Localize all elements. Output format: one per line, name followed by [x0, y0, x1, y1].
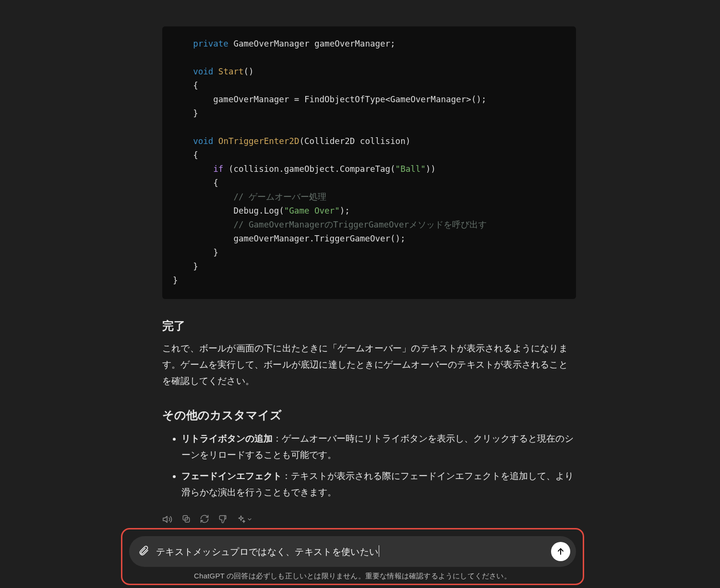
sparkle-more-icon[interactable] [236, 514, 252, 525]
code-token-keyword: void [193, 67, 213, 76]
list-item: フェードインエフェクト：テキストが表示される際にフェードインエフェクトを追加して… [181, 468, 576, 501]
code-token-function: Start [213, 67, 243, 76]
code-token-string: "Game Over" [284, 206, 340, 216]
assistant-message: private GameOverManager gameOverManager;… [162, 0, 576, 525]
customize-list: リトライボタンの追加：ゲームオーバー時にリトライボタンを表示し、クリックすると現… [162, 431, 576, 501]
copy-icon[interactable] [181, 514, 191, 525]
disclaimer-text: ChatGPT の回答は必ずしも正しいとは限りません。重要な情報は確認するように… [129, 572, 576, 581]
section-body-done: これで、ボールが画面の下に出たときに「ゲームオーバー」のテキストが表示されるよう… [162, 340, 576, 389]
list-item-lead: リトライボタンの追加 [181, 433, 273, 444]
send-button[interactable] [551, 542, 570, 561]
code-token-keyword: void [193, 136, 213, 146]
svg-marker-0 [163, 516, 167, 523]
list-item: リトライボタンの追加：ゲームオーバー時にリトライボタンを表示し、クリックすると現… [181, 431, 576, 463]
message-actions [162, 514, 576, 525]
code-block: private GameOverManager gameOverManager;… [162, 26, 576, 299]
code-token-comment: // GameOverManagerのTriggerGameOverメソッドを呼… [233, 220, 487, 229]
code-token-string: "Ball" [396, 164, 426, 174]
arrow-up-icon [556, 547, 565, 556]
thumbs-down-icon[interactable] [218, 514, 228, 525]
text-caret [379, 545, 379, 557]
composer-input[interactable]: テキストメッシュプロではなく、テキストを使いたい [156, 545, 544, 558]
code-token-function: OnTriggerEnter2D [213, 136, 299, 146]
regenerate-icon[interactable] [200, 514, 209, 525]
read-aloud-icon[interactable] [162, 514, 173, 525]
code-token-keyword: if [213, 164, 223, 174]
list-item-lead: フェードインエフェクト [181, 471, 282, 481]
chevron-down-icon [247, 516, 252, 522]
attach-icon[interactable] [138, 545, 149, 558]
composer[interactable]: テキストメッシュプロではなく、テキストを使いたい [129, 536, 576, 567]
composer-highlight: テキストメッシュプロではなく、テキストを使いたい ChatGPT の回答は必ずし… [121, 528, 584, 585]
section-heading-customize: その他のカスタマイズ [162, 408, 576, 423]
code-token-comment: // ゲームオーバー処理 [233, 192, 326, 202]
code-token-keyword: private [193, 39, 228, 48]
section-heading-done: 完了 [162, 318, 576, 334]
